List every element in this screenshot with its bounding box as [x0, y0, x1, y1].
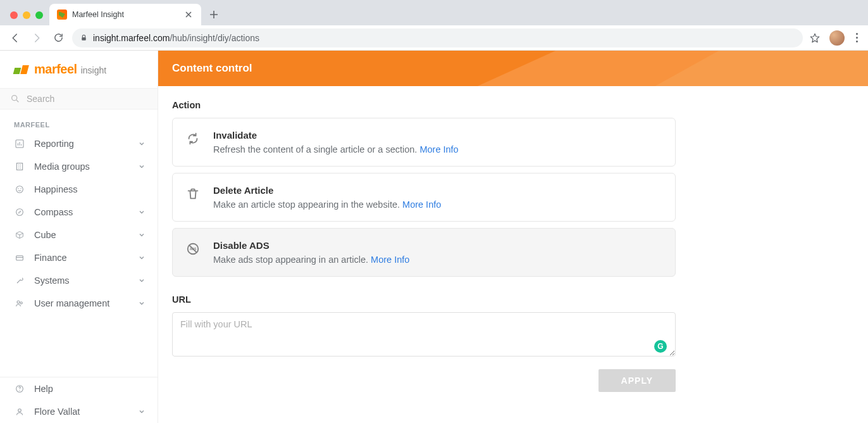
address-bar[interactable]: insight.marfeel.com/hub/insight/diy/acti… — [72, 28, 803, 47]
action-card-delete-article[interactable]: Delete Article Make an article stop appe… — [172, 173, 676, 222]
sidebar-item-label: Finance — [34, 253, 130, 263]
sidebar-item-label: Media groups — [34, 161, 130, 172]
smile-icon — [14, 184, 25, 195]
trash-icon — [185, 186, 201, 201]
sidebar-item-label: User management — [34, 298, 130, 308]
sidebar-item-media-groups[interactable]: Media groups — [0, 155, 158, 178]
sidebar-item-systems[interactable]: Systems — [0, 269, 158, 292]
profile-avatar[interactable] — [829, 30, 845, 46]
refresh-icon — [185, 131, 201, 146]
window-close-button[interactable] — [10, 11, 18, 19]
url-section-label: URL — [172, 294, 676, 305]
svg-rect-3 — [16, 163, 22, 170]
svg-point-10 — [20, 302, 22, 304]
tab-strip: Marfeel Insight — [0, 0, 868, 25]
svg-point-9 — [17, 301, 20, 303]
sidebar-item-label: Help — [34, 384, 145, 394]
tab-title: Marfeel Insight — [72, 10, 178, 19]
tab-close-button[interactable] — [183, 9, 194, 20]
brand-suffix: insight — [81, 65, 106, 75]
svg-point-12 — [19, 390, 20, 391]
action-list: Invalidate Refresh the content of a sing… — [172, 118, 676, 277]
action-desc: Make an article stop appearing in the we… — [213, 199, 662, 210]
chevron-down-icon — [139, 209, 145, 215]
action-section-label: Action — [172, 100, 676, 110]
brand-name: marfeel — [34, 62, 77, 77]
browser-toolbar: insight.marfeel.com/hub/insight/diy/acti… — [0, 25, 868, 51]
sidebar-item-compass[interactable]: Compass — [0, 201, 158, 224]
brand: marfeel insight — [0, 51, 158, 82]
svg-point-1 — [12, 96, 17, 101]
apply-button[interactable]: APPLY — [598, 369, 676, 392]
more-info-link[interactable]: More Info — [402, 199, 441, 210]
svg-point-7 — [16, 209, 23, 216]
browser-tab[interactable]: Marfeel Insight — [49, 4, 201, 25]
sidebar-nav: Reporting Media groups Happiness Compass… — [0, 132, 158, 315]
nav-forward-button[interactable] — [29, 30, 44, 46]
more-info-link[interactable]: More Info — [419, 144, 458, 155]
sidebar-item-current-user[interactable]: Flore Vallat — [0, 400, 158, 423]
chevron-down-icon — [139, 255, 145, 261]
window-maximize-button[interactable] — [35, 11, 43, 19]
window-controls — [6, 11, 49, 25]
action-title: Invalidate — [213, 130, 662, 141]
action-title: Disable ADS — [213, 240, 662, 251]
app: marfeel insight MARFEEL Reporting Media … — [0, 51, 868, 423]
users-icon — [14, 298, 25, 309]
window-minimize-button[interactable] — [23, 11, 30, 19]
building-icon — [14, 161, 25, 172]
browser-menu-button[interactable] — [853, 30, 860, 45]
sidebar: marfeel insight MARFEEL Reporting Media … — [0, 51, 158, 423]
search-input[interactable] — [27, 94, 147, 104]
bar-chart-icon — [14, 138, 25, 149]
sidebar-item-user-management[interactable]: User management — [0, 292, 158, 315]
sidebar-section-title: MARFEEL — [0, 110, 158, 132]
svg-rect-0 — [82, 37, 86, 41]
tab-favicon — [57, 9, 67, 20]
sidebar-item-label: Cube — [34, 230, 130, 240]
brand-logo-icon — [14, 65, 28, 74]
content: Action Invalidate Refresh the content of… — [158, 86, 690, 406]
svg-point-5 — [18, 188, 18, 189]
svg-rect-8 — [16, 256, 23, 260]
sidebar-item-cube[interactable]: Cube — [0, 224, 158, 246]
url-input[interactable] — [172, 312, 676, 357]
sidebar-item-happiness[interactable]: Happiness — [0, 178, 158, 201]
action-card-invalidate[interactable]: Invalidate Refresh the content of a sing… — [172, 118, 676, 167]
chevron-down-icon — [139, 232, 145, 238]
action-card-disable-ads[interactable]: ADS Disable ADS Make ads stop appearing … — [172, 228, 676, 277]
action-title: Delete Article — [213, 185, 662, 196]
address-text: insight.marfeel.com/hub/insight/diy/acti… — [93, 33, 259, 43]
chevron-down-icon — [139, 141, 145, 147]
grammarly-icon[interactable]: G — [654, 340, 667, 353]
more-info-link[interactable]: More Info — [371, 255, 409, 265]
svg-point-6 — [20, 188, 21, 189]
chevron-down-icon — [139, 408, 145, 415]
new-tab-button[interactable] — [205, 6, 223, 23]
sidebar-item-reporting[interactable]: Reporting — [0, 132, 158, 155]
no-ads-icon: ADS — [185, 241, 201, 256]
bookmark-star-icon[interactable] — [809, 32, 821, 44]
sidebar-bottom: Help Flore Vallat — [0, 377, 158, 423]
chevron-down-icon — [139, 300, 145, 306]
chevron-down-icon — [139, 163, 145, 170]
sidebar-search[interactable] — [0, 88, 158, 110]
lock-icon — [80, 34, 88, 42]
url-section: URL G APPLY — [172, 294, 676, 392]
sidebar-item-help[interactable]: Help — [0, 377, 158, 400]
nav-back-button[interactable] — [8, 30, 23, 46]
nav-reload-button[interactable] — [51, 30, 66, 46]
main: Content control Action Invalidate Refres… — [158, 51, 868, 423]
page-header: Content control — [158, 51, 868, 86]
page-title: Content control — [172, 62, 252, 75]
sidebar-item-label: Flore Vallat — [34, 407, 130, 417]
action-desc: Make ads stop appearing in an article. M… — [213, 255, 662, 265]
sidebar-item-label: Compass — [34, 207, 130, 217]
sidebar-item-finance[interactable]: Finance — [0, 246, 158, 269]
svg-point-13 — [18, 409, 22, 412]
browser-chrome: Marfeel Insight insight.marfeel.com/hub/… — [0, 0, 868, 51]
sidebar-item-label: Reporting — [34, 139, 130, 149]
sidebar-item-label: Systems — [34, 275, 130, 286]
compass-icon — [14, 206, 25, 218]
action-desc: Refresh the content of a single article … — [213, 144, 662, 155]
